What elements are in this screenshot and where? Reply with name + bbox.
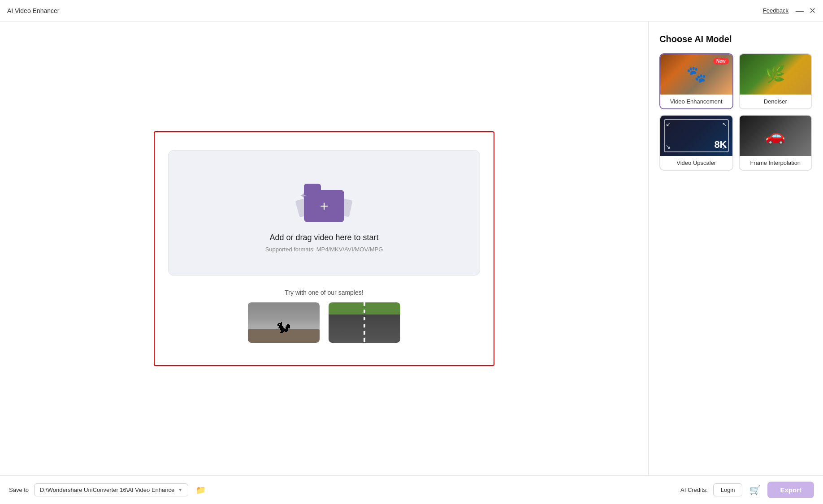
main-layout: + ✦ · Add or drag video here to start Su… (0, 22, 823, 475)
new-badge-enhancement: New (713, 58, 729, 65)
model-thumb-interpolation (740, 116, 812, 156)
dropdown-arrow-icon: ▼ (178, 487, 182, 492)
model-grid: New Video Enhancement Denoiser ↗ ↗ ↗ ↗ 8… (659, 53, 812, 171)
panel-title: Choose AI Model (659, 34, 812, 44)
sparkle-right-icon: · (347, 200, 348, 206)
arrow-tr-icon: ↗ (721, 122, 728, 127)
model-label-interpolation: Frame Interpolation (740, 156, 812, 170)
samples-section: Try with one of our samples! (168, 289, 480, 343)
upload-box[interactable]: + ✦ · Add or drag video here to start Su… (168, 150, 480, 276)
export-button[interactable]: Export (767, 482, 814, 498)
model-label-denoiser: Denoiser (740, 95, 812, 108)
ai-credits-label: AI Credits: (680, 487, 708, 493)
bottom-bar: Save to D:\Wondershare UniConverter 16\A… (0, 475, 823, 504)
upscaler-8k-label: 8K (714, 139, 727, 151)
model-thumb-denoiser (740, 54, 812, 95)
arrow-tl-icon: ↗ (666, 121, 671, 128)
window-controls: — ✕ (796, 7, 816, 15)
samples-title: Try with one of our samples! (285, 289, 363, 296)
drop-zone-border[interactable]: + ✦ · Add or drag video here to start Su… (154, 131, 494, 366)
model-label-enhancement: Video Enhancement (660, 95, 732, 108)
app-title: AI Video Enhancer (7, 7, 60, 14)
minimize-button[interactable]: — (796, 7, 804, 15)
model-card-denoiser[interactable]: Denoiser (739, 53, 813, 109)
close-button[interactable]: ✕ (809, 7, 816, 15)
save-to-label: Save to (9, 487, 29, 493)
save-path-select[interactable]: D:\Wondershare UniConverter 16\AI Video … (34, 483, 188, 496)
title-bar-right: Feedback — ✕ (763, 7, 816, 15)
samples-row (248, 302, 400, 343)
content-area: + ✦ · Add or drag video here to start Su… (0, 22, 648, 475)
folder-browse-button[interactable]: 📁 (194, 483, 208, 497)
sample-squirrel-thumb[interactable] (248, 302, 320, 343)
sparkle-left-icon: ✦ (300, 191, 307, 201)
feedback-link[interactable]: Feedback (763, 7, 788, 14)
title-bar: AI Video Enhancer Feedback — ✕ (0, 0, 823, 22)
arrow-bl-icon: ↗ (665, 144, 672, 150)
folder-open-icon: 📁 (196, 485, 206, 495)
sample-highway-thumb[interactable] (329, 302, 400, 343)
cart-icon[interactable]: 🛒 (748, 483, 762, 497)
model-card-upscaler[interactable]: ↗ ↗ ↗ ↗ 8K Video Upscaler (659, 115, 733, 171)
right-panel: Choose AI Model New Video Enhancement De… (648, 22, 823, 475)
upload-subtitle: Supported formats: MP4/MKV/AVI/MOV/MPG (265, 246, 383, 253)
plus-icon: + (320, 199, 329, 213)
save-path-text: D:\Wondershare UniConverter 16\AI Video … (40, 487, 174, 493)
model-label-upscaler: Video Upscaler (660, 156, 732, 170)
login-button[interactable]: Login (713, 483, 743, 496)
model-card-interpolation[interactable]: Frame Interpolation (739, 115, 813, 171)
folder-icon: + (304, 190, 344, 222)
upload-title: Add or drag video here to start (269, 233, 378, 242)
folder-icon-wrapper: + ✦ · (297, 177, 351, 222)
model-card-enhancement[interactable]: New Video Enhancement (659, 53, 733, 109)
model-thumb-upscaler: ↗ ↗ ↗ ↗ 8K (660, 116, 732, 156)
